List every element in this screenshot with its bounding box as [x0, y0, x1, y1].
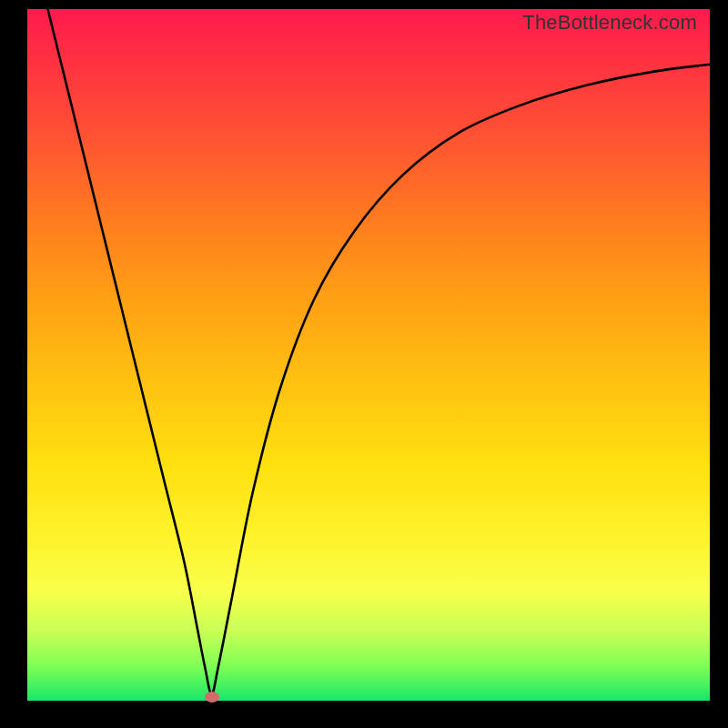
chart-container: TheBottleneck.com [0, 0, 728, 728]
bottleneck-curve [27, 9, 710, 701]
plot-area: TheBottleneck.com [27, 9, 710, 701]
